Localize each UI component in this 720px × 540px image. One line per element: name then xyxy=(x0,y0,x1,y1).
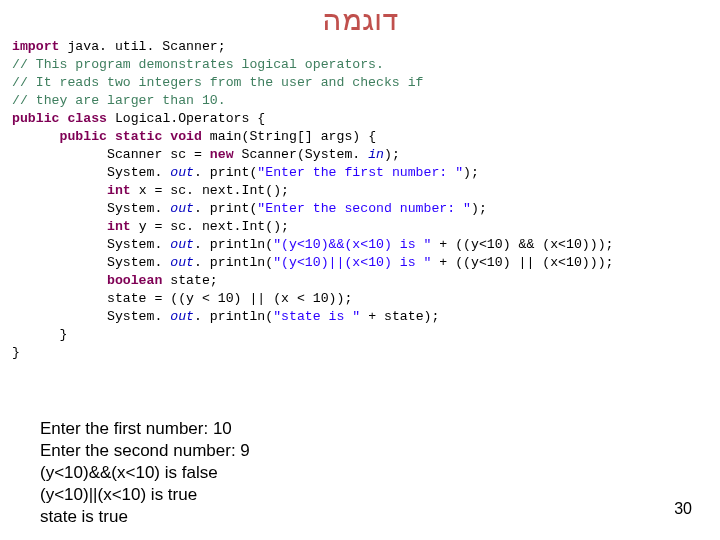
code-text: . println( xyxy=(194,309,273,324)
output-line: Enter the second number: 9 xyxy=(40,440,250,462)
code-text: ); xyxy=(463,165,479,180)
field-out: out xyxy=(170,255,194,270)
code-text: System. xyxy=(12,237,170,252)
kw-int: int xyxy=(107,219,131,234)
code-text: x = sc. next.Int(); xyxy=(131,183,289,198)
kw-void: void xyxy=(170,129,202,144)
comment: // This program demonstrates logical ope… xyxy=(12,57,384,72)
code-text: + ((y<10) && (x<10))); xyxy=(431,237,613,252)
code-block: import java. util. Scanner; // This prog… xyxy=(12,38,714,362)
output-line: (y<10)&&(x<10) is false xyxy=(40,462,250,484)
field-out: out xyxy=(170,201,194,216)
code-text: } xyxy=(12,345,20,360)
field-out: out xyxy=(170,165,194,180)
code-text: . print( xyxy=(194,165,257,180)
code-text: Scanner(System. xyxy=(234,147,369,162)
program-output: Enter the first number: 10 Enter the sec… xyxy=(40,418,250,528)
string-literal: "(y<10)||(x<10) is " xyxy=(273,255,431,270)
code-text: . print( xyxy=(194,201,257,216)
kw-public: public xyxy=(59,129,106,144)
code-text: Logical.Operators { xyxy=(107,111,265,126)
slide-title: דוגמה xyxy=(0,2,720,37)
code-text: state = ((y < 10) || (x < 10)); xyxy=(12,291,352,306)
code-text: System. xyxy=(12,201,170,216)
code-text: ); xyxy=(384,147,400,162)
comment: // they are larger than 10. xyxy=(12,93,226,108)
code-text xyxy=(12,183,107,198)
string-literal: "Enter the first number: " xyxy=(257,165,463,180)
field-out: out xyxy=(170,237,194,252)
code-text xyxy=(107,129,115,144)
code-text: System. xyxy=(12,309,170,324)
code-text: y = sc. next.Int(); xyxy=(131,219,289,234)
code-text: state; xyxy=(162,273,217,288)
code-text: java. util. Scanner; xyxy=(59,39,225,54)
kw-import: import xyxy=(12,39,59,54)
kw-class: class xyxy=(67,111,107,126)
code-text: + ((y<10) || (x<10))); xyxy=(431,255,613,270)
string-literal: "Enter the second number: " xyxy=(257,201,471,216)
page-number: 30 xyxy=(674,500,692,518)
code-text: System. xyxy=(12,165,170,180)
field-in: in xyxy=(368,147,384,162)
string-literal: "state is " xyxy=(273,309,360,324)
kw-static: static xyxy=(115,129,162,144)
code-text xyxy=(12,129,59,144)
code-text: Scanner sc = xyxy=(12,147,210,162)
code-text xyxy=(12,273,107,288)
code-text: System. xyxy=(12,255,170,270)
code-text: ); xyxy=(471,201,487,216)
code-text xyxy=(12,219,107,234)
code-text: + state); xyxy=(360,309,439,324)
kw-boolean: boolean xyxy=(107,273,162,288)
output-line: state is true xyxy=(40,506,250,528)
kw-new: new xyxy=(210,147,234,162)
string-literal: "(y<10)&&(x<10) is " xyxy=(273,237,431,252)
code-text: . println( xyxy=(194,237,273,252)
code-text: } xyxy=(12,327,67,342)
field-out: out xyxy=(170,309,194,324)
output-line: Enter the first number: 10 xyxy=(40,418,250,440)
comment: // It reads two integers from the user a… xyxy=(12,75,424,90)
code-text: main(String[] args) { xyxy=(202,129,376,144)
output-line: (y<10)||(x<10) is true xyxy=(40,484,250,506)
code-text: . println( xyxy=(194,255,273,270)
kw-int: int xyxy=(107,183,131,198)
kw-public: public xyxy=(12,111,59,126)
